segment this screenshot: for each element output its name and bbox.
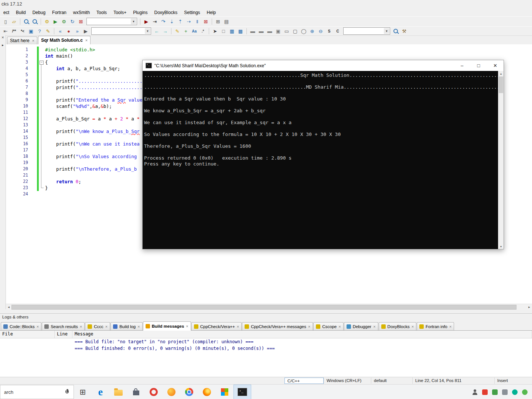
align-justify-icon[interactable]: ▣ (274, 27, 282, 35)
tab-close-icon[interactable]: × (137, 324, 140, 329)
menu-tools[interactable]: Tools (93, 9, 110, 16)
code-text[interactable]: a_Plus_b_Sqr = a * a + 2 * a * (45, 116, 140, 122)
tab-close-icon[interactable]: × (237, 324, 239, 329)
taskbar-store[interactable] (127, 385, 145, 399)
menu-plugins[interactable]: Plugins (130, 9, 151, 16)
find-icon[interactable] (22, 18, 30, 25)
step-into-icon[interactable]: ⇣ (168, 18, 176, 25)
tab-close-icon[interactable]: × (449, 324, 451, 329)
code-text[interactable]: printf("\nSo Values according (45, 153, 137, 160)
doxy-help-icon[interactable]: ? (35, 27, 44, 35)
dropdown-arrow-icon[interactable]: ▾ (131, 18, 136, 24)
microphone-icon[interactable] (65, 389, 70, 395)
tab-close-icon[interactable]: × (373, 324, 375, 329)
taskbar-file-explorer[interactable] (109, 385, 127, 399)
code-text[interactable]: } (45, 185, 48, 191)
find-in-files-icon[interactable] (31, 18, 39, 25)
match-case-icon[interactable]: Aa (190, 27, 198, 35)
align-left-icon[interactable]: ▬ (249, 27, 257, 35)
panel-close-icon[interactable]: × (0, 35, 6, 40)
abort-build-icon[interactable]: ⊠ (77, 18, 85, 25)
log-tab-fortran-info[interactable]: Fortran info× (417, 322, 454, 330)
code-text[interactable]: #include <stdio.h> (45, 47, 95, 53)
taskbar-chrome[interactable] (180, 385, 198, 399)
close-button[interactable]: ✕ (487, 60, 504, 71)
shape-ellipse-icon[interactable]: ◯ (300, 27, 308, 35)
incremental-search-icon[interactable] (392, 27, 400, 35)
build-target-combo[interactable]: ▾ (86, 18, 137, 25)
settings-wrench-icon[interactable]: ⚒ (400, 27, 408, 35)
doxy-comment-icon[interactable]: /** (10, 27, 18, 35)
tray-lime-icon[interactable] (522, 389, 528, 395)
insert-icon[interactable]: + (182, 27, 190, 35)
dropdown-arrow-icon[interactable]: ▾ (384, 28, 389, 34)
tray-red-icon[interactable] (482, 389, 488, 395)
run-to-line-icon[interactable]: ▶ (82, 27, 90, 35)
tab-close-icon[interactable]: × (32, 38, 34, 43)
run-icon[interactable]: ▶ (51, 18, 59, 25)
menu-tools[interactable]: Tools+ (110, 9, 130, 16)
step-out-icon[interactable]: ⇡ (176, 18, 184, 25)
block-indent-icon[interactable]: ⇤ (1, 27, 10, 35)
zoom-out-icon[interactable]: ⊖ (317, 27, 325, 35)
next-marker-icon[interactable]: » (73, 27, 81, 35)
run-to-cursor-icon[interactable]: ⇥ (151, 18, 159, 25)
log-tab-cccc[interactable]: Cccc× (85, 322, 110, 330)
highlight-icon[interactable]: ✎ (173, 27, 181, 35)
rebuild-icon[interactable]: ↻ (68, 18, 76, 25)
taskbar-task-view[interactable]: ⊞ (74, 385, 92, 399)
zoom-in-icon[interactable]: ⊕ (308, 27, 316, 35)
tab-close-icon[interactable]: × (85, 38, 88, 42)
column-header-line[interactable]: Line (55, 331, 72, 338)
log-tab-build-log[interactable]: Build log× (110, 322, 143, 330)
code-text[interactable]: printf("\nWe know a_Plus_b_Sqr (45, 128, 140, 134)
step-instruction-icon[interactable]: ⇢ (185, 18, 193, 25)
align-center-icon[interactable]: ▬ (257, 27, 265, 35)
debug-run-icon[interactable]: ▶ (142, 18, 150, 25)
open-file-icon[interactable]: ▱ (10, 18, 18, 25)
image2-tool-icon[interactable]: ▩ (236, 27, 245, 35)
menu-build[interactable]: Build (13, 9, 29, 16)
doxy-block-icon[interactable]: ▣ (27, 27, 35, 35)
tab-close-icon[interactable]: × (37, 324, 39, 329)
people-icon[interactable] (472, 389, 478, 395)
taskbar-edge[interactable]: e (92, 385, 109, 399)
console-scrollbar[interactable]: ▲ ▼ (498, 71, 504, 249)
console-output[interactable]: ........................................… (143, 71, 498, 249)
scrollbar-thumb[interactable] (11, 305, 516, 310)
dropdown-arrow-icon[interactable]: ▾ (145, 28, 150, 34)
log-tab-cppcheck-vera[interactable]: CppCheck/Vera++× (191, 322, 242, 330)
fold-marker-icon[interactable]: − (40, 61, 44, 65)
maximize-button[interactable]: □ (470, 60, 487, 71)
log-tab-code-blocks[interactable]: Code::Blocks× (1, 322, 41, 330)
tray-gray-icon[interactable] (502, 389, 508, 395)
taskbar-search[interactable]: arch (0, 385, 74, 399)
image-tool-icon[interactable]: ▦ (228, 27, 236, 35)
code-text[interactable]: scanf("%d%d",&a,&b); (45, 103, 112, 109)
taskbar-opera[interactable] (145, 385, 163, 399)
editor-tab-start-here[interactable]: Start here× (7, 37, 37, 44)
taskbar-firefox[interactable] (198, 385, 216, 399)
new-file-icon[interactable]: ▯ (1, 18, 10, 25)
log-tab-build-messages[interactable]: Build messages× (143, 321, 191, 331)
nav-back-icon[interactable]: ← (153, 27, 161, 35)
code-text[interactable]: int a, b, a_Plus_b_Sqr; (45, 65, 120, 72)
menu-fortran[interactable]: Fortran (49, 9, 70, 16)
menu-ect[interactable]: ect (0, 9, 13, 16)
pause-debug-icon[interactable]: ‖ (193, 18, 201, 25)
shape-rect-icon[interactable]: ▭ (283, 27, 291, 35)
editor-tab-sqr-math-solution-c[interactable]: Sqr Math Solution.c× (38, 36, 91, 45)
tab-close-icon[interactable]: × (186, 324, 188, 328)
menu-debug[interactable]: Debug (29, 9, 49, 16)
code-text[interactable]: int main() (45, 53, 73, 59)
taskbar-codeblocks-console[interactable] (233, 385, 251, 399)
tab-close-icon[interactable]: × (308, 324, 310, 329)
align-right-icon[interactable]: ▬ (266, 27, 274, 35)
search-combo[interactable]: ▾ (343, 27, 390, 35)
taskbar-ms-grid-app[interactable] (216, 385, 233, 399)
column-header-file[interactable]: File (0, 331, 55, 338)
symbols-combo[interactable]: ▾ (91, 27, 151, 35)
tab-close-icon[interactable]: × (80, 324, 82, 329)
log-tab-cscope[interactable]: Cscope× (313, 322, 343, 330)
minimize-button[interactable]: – (454, 60, 470, 71)
